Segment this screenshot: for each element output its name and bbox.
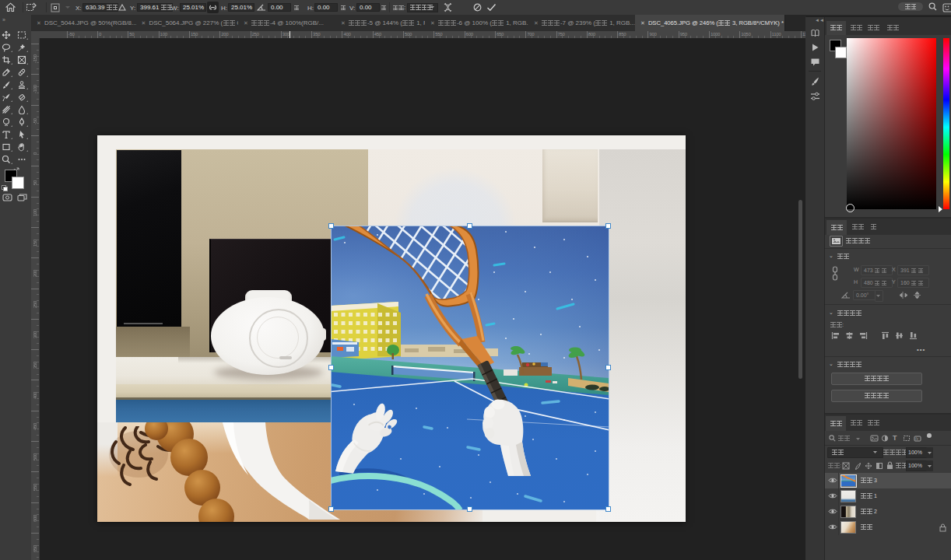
svg-text:fx: fx [915,436,918,441]
